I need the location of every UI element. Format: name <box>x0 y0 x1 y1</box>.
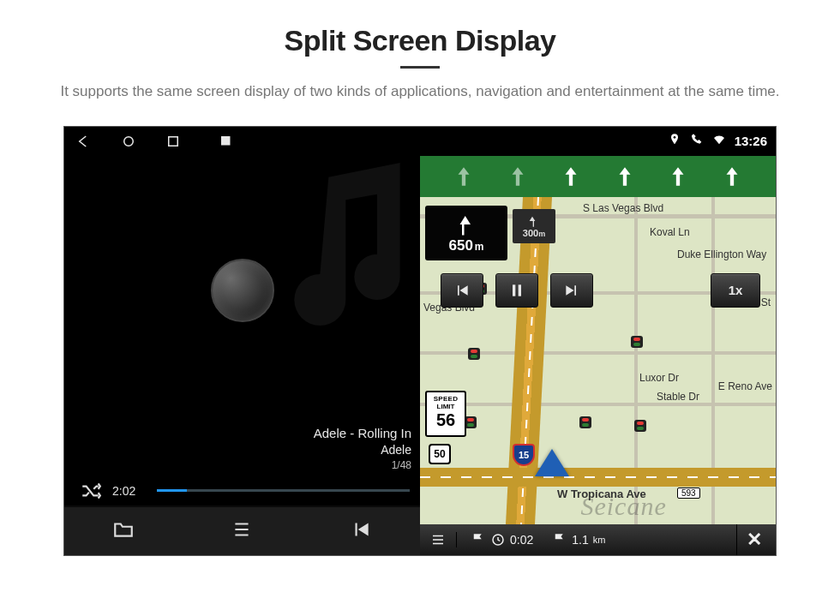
turn-right-icon <box>527 214 541 228</box>
next-turn-distance: 300 <box>523 228 538 238</box>
remaining-distance: 1.1 <box>572 533 588 547</box>
progress-row: 2:02 <box>64 475 420 505</box>
traffic-light-icon <box>634 420 646 432</box>
nav-close-button[interactable]: ✕ <box>736 524 771 555</box>
flag-icon <box>552 532 567 547</box>
turn-left-icon <box>453 212 479 237</box>
svg-rect-5 <box>519 284 521 296</box>
svg-rect-1 <box>169 136 178 146</box>
clock-time: 13:26 <box>735 134 767 148</box>
track-index: 1/48 <box>64 458 411 472</box>
page-subtitle: It supports the same screen display of t… <box>34 81 806 103</box>
lane-arrow-icon <box>507 165 529 188</box>
music-note-icon <box>266 163 420 334</box>
player-toolbar <box>64 505 420 555</box>
folder-icon[interactable] <box>112 518 135 544</box>
svg-rect-2 <box>221 136 231 146</box>
speed-limit-label: LIMIT <box>427 403 465 410</box>
speed-limit-value: 56 <box>427 410 465 429</box>
traffic-light-icon <box>465 416 477 428</box>
location-icon <box>668 133 681 149</box>
eta-time: 0:02 <box>510 533 533 547</box>
map-label: Stable Dr <box>657 391 699 403</box>
sim-next-button[interactable] <box>550 273 593 308</box>
svg-point-0 <box>124 136 134 146</box>
track-title: Adele - Rolling In <box>64 425 411 442</box>
turn-card: 650m 300m <box>425 206 507 260</box>
lane-arrow-icon <box>721 165 743 188</box>
map-label: E Reno Ave <box>718 380 772 392</box>
back-icon[interactable] <box>76 134 92 149</box>
shuffle-icon[interactable] <box>80 480 102 502</box>
turn-unit: m <box>475 241 484 253</box>
sim-prev-button[interactable] <box>441 273 483 308</box>
joystick-control[interactable] <box>211 259 274 322</box>
home-icon[interactable] <box>121 134 136 149</box>
map-street-main: W Tropicana Ave <box>557 487 646 500</box>
lane-arrow-icon <box>560 165 582 188</box>
turn-distance: 650 <box>448 237 472 254</box>
traffic-light-icon <box>631 336 643 348</box>
svg-point-3 <box>673 136 675 139</box>
navigation-pane: 13:26 S Las Vegas Blvd Koval Ln Duke Ell… <box>420 127 776 555</box>
track-metadata: Adele - Rolling In Adele 1/48 <box>64 425 420 474</box>
sim-speed-button[interactable]: 1x <box>711 273 760 308</box>
next-turn-card: 300m <box>513 209 555 243</box>
page-title: Split Screen Display <box>0 24 840 57</box>
map-label: Duke Ellington Way <box>677 248 766 260</box>
map-label: Luxor Dr <box>639 372 679 384</box>
playlist-icon[interactable] <box>231 518 253 544</box>
speed-limit-label: SPEED <box>427 395 465 403</box>
remaining-unit: km <box>593 535 606 545</box>
screenshot-icon[interactable] <box>219 134 234 149</box>
recents-icon[interactable] <box>165 134 181 149</box>
elapsed-time: 2:02 <box>112 484 147 498</box>
route-shield: 50 <box>429 444 451 464</box>
progress-bar[interactable] <box>157 489 410 492</box>
flag-icon <box>471 532 486 547</box>
android-nav-bar <box>64 127 420 156</box>
nav-menu-button[interactable] <box>425 532 457 547</box>
wifi-icon <box>712 133 726 149</box>
map-label: Koval Ln <box>650 226 690 238</box>
sim-pause-button[interactable] <box>495 273 538 308</box>
album-art-area <box>64 156 420 426</box>
traffic-light-icon <box>468 348 480 360</box>
map-label: S Las Vegas Blvd <box>583 202 663 214</box>
status-bar: 13:26 <box>420 127 776 156</box>
media-pane: Adele - Rolling In Adele 1/48 2:02 <box>64 127 420 555</box>
title-underline <box>400 66 440 69</box>
split-screen-device: Adele - Rolling In Adele 1/48 2:02 <box>64 127 776 555</box>
next-turn-unit: m <box>538 230 545 238</box>
distance-cell: 1.1 km <box>547 532 610 547</box>
phone-icon <box>690 133 704 149</box>
sim-controls: 1x <box>441 272 760 308</box>
previous-icon[interactable] <box>350 518 372 544</box>
svg-rect-4 <box>513 284 515 296</box>
exit-number: 593 <box>677 487 700 499</box>
clock-icon <box>490 532 506 547</box>
nav-bottom-bar: 0:02 1.1 km ✕ <box>420 524 776 555</box>
eta-cell: 0:02 <box>465 532 538 547</box>
lane-arrow-icon <box>614 165 636 188</box>
lane-arrow-icon <box>453 165 475 188</box>
speed-limit-sign: SPEED LIMIT 56 <box>425 391 466 437</box>
lane-arrow-icon <box>667 165 689 188</box>
interstate-shield: 15 <box>513 444 535 466</box>
track-artist: Adele <box>64 442 411 458</box>
traffic-light-icon <box>579 416 591 428</box>
nav-cursor-icon <box>535 449 569 476</box>
lane-guidance <box>420 156 776 197</box>
